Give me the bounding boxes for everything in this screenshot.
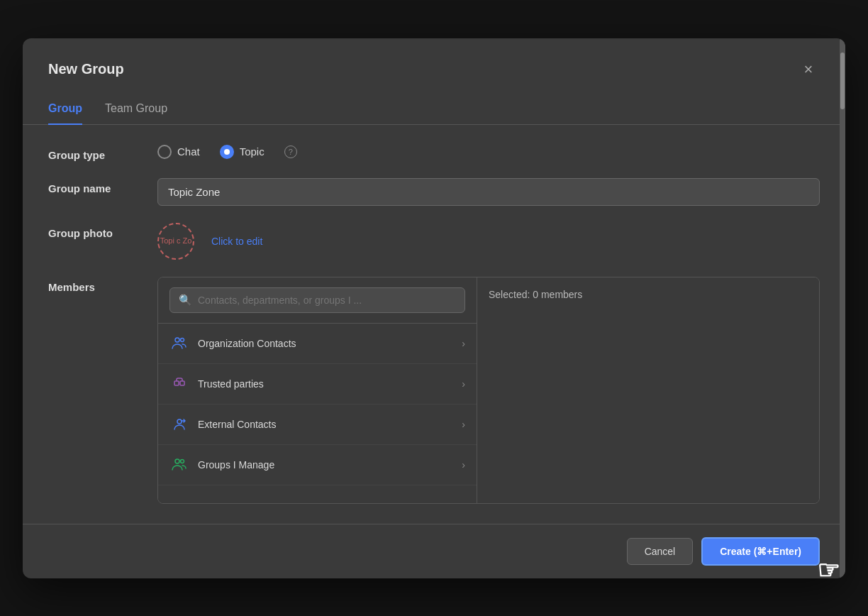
- dialog-body: Group type Chat Topic ?: [23, 125, 845, 524]
- group-type-label: Group type: [48, 145, 140, 161]
- members-container: 🔍: [157, 277, 820, 504]
- group-name-input-wrap: [157, 178, 820, 206]
- new-group-dialog: New Group × Group Team Group Group type …: [23, 38, 845, 578]
- list-item[interactable]: Organization Contacts ›: [158, 324, 477, 364]
- members-left-panel: 🔍: [158, 277, 477, 503]
- svg-point-6: [181, 459, 184, 463]
- dialog-header: New Group ×: [23, 38, 845, 95]
- edit-photo-link[interactable]: Click to edit: [211, 236, 262, 247]
- group-photo-avatar[interactable]: Topi c Zo: [157, 223, 194, 260]
- dialog-title: New Group: [48, 61, 124, 77]
- radio-topic-circle: [220, 145, 234, 159]
- radio-group-container: Chat Topic ?: [157, 145, 820, 159]
- create-button-label: Create (⌘+Enter): [720, 546, 801, 557]
- radio-topic-label: Topic: [240, 145, 265, 158]
- org-contacts-label: Organization Contacts: [198, 338, 453, 349]
- groups-manage-icon: [169, 455, 189, 475]
- svg-point-5: [175, 459, 179, 463]
- tab-group[interactable]: Group: [48, 95, 82, 125]
- search-bar: 🔍: [158, 277, 477, 324]
- list-item[interactable]: Groups I Manage ›: [158, 445, 477, 485]
- modal-overlay: New Group × Group Team Group Group type …: [0, 0, 868, 616]
- svg-point-4: [177, 419, 182, 424]
- svg-rect-2: [174, 381, 179, 385]
- member-search-input[interactable]: [198, 295, 456, 306]
- radio-chat-circle: [157, 145, 172, 159]
- list-item[interactable]: External Contacts ›: [158, 405, 477, 445]
- radio-topic-option[interactable]: Topic: [220, 145, 265, 159]
- groups-manage-chevron: ›: [462, 459, 465, 471]
- svg-point-1: [181, 338, 184, 341]
- groups-manage-label: Groups I Manage: [198, 459, 453, 471]
- group-photo-label: Group photo: [48, 223, 140, 239]
- external-contacts-icon: [169, 414, 189, 434]
- svg-rect-3: [180, 381, 184, 385]
- members-row: Members 🔍: [48, 277, 820, 504]
- trusted-parties-chevron: ›: [462, 378, 465, 390]
- svg-point-0: [175, 338, 179, 342]
- group-name-input[interactable]: [157, 178, 820, 206]
- dialog-footer: Cancel Create (⌘+Enter) ☞: [23, 524, 845, 578]
- close-button[interactable]: ×: [797, 58, 820, 81]
- tab-team-group[interactable]: Team Group: [105, 95, 167, 125]
- trusted-parties-icon: [169, 374, 189, 394]
- external-contacts-chevron: ›: [462, 419, 465, 430]
- selected-count: Selected: 0 members: [489, 289, 582, 300]
- help-icon[interactable]: ?: [284, 145, 297, 158]
- trusted-parties-label: Trusted parties: [198, 378, 453, 390]
- org-contacts-icon: [169, 334, 189, 353]
- group-type-row: Group type Chat Topic ?: [48, 145, 820, 161]
- external-contacts-label: External Contacts: [198, 419, 453, 430]
- create-button[interactable]: Create (⌘+Enter) ☞: [701, 537, 820, 566]
- radio-group: Chat Topic ?: [157, 145, 297, 159]
- members-label: Members: [48, 277, 140, 293]
- list-item[interactable]: Trusted parties ›: [158, 364, 477, 405]
- group-photo-row: Group photo Topi c Zo Click to edit: [48, 223, 820, 260]
- dialog-scrollbar[interactable]: [840, 38, 845, 578]
- group-name-row: Group name: [48, 178, 820, 206]
- contact-list: Organization Contacts ›: [158, 324, 477, 503]
- group-photo-content: Topi c Zo Click to edit: [157, 223, 820, 260]
- radio-chat-option[interactable]: Chat: [157, 145, 200, 159]
- cursor-icon: ☞: [817, 556, 840, 578]
- cancel-button[interactable]: Cancel: [627, 538, 694, 565]
- tab-bar: Group Team Group: [23, 95, 845, 125]
- org-contacts-chevron: ›: [462, 338, 465, 349]
- group-name-label: Group name: [48, 178, 140, 194]
- search-input-wrap: 🔍: [169, 287, 465, 313]
- members-right-panel: Selected: 0 members: [477, 277, 819, 503]
- search-icon: 🔍: [179, 294, 192, 307]
- radio-chat-label: Chat: [177, 145, 200, 158]
- group-photo-text: Topi c Zo: [160, 236, 192, 246]
